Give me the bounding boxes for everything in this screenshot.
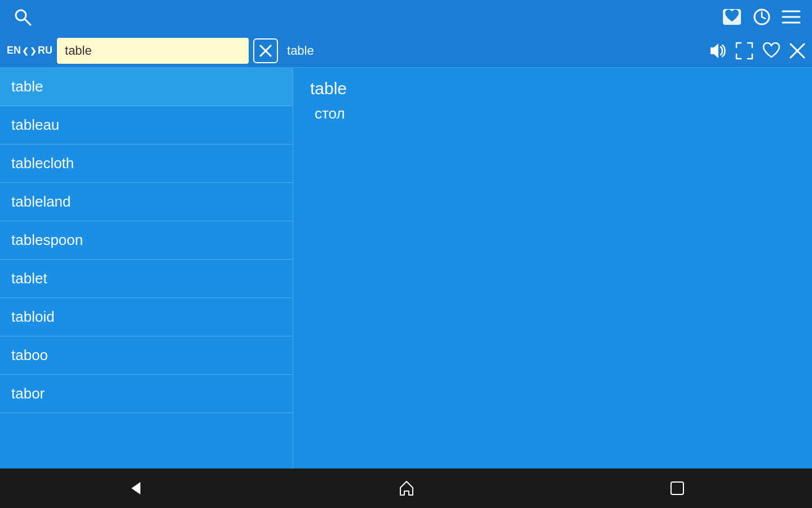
favorite-icon-button[interactable] [722, 8, 742, 26]
app-container: EN ❮ ❯ RU table [0, 0, 812, 508]
translation-panel: table стол [293, 68, 812, 468]
search-bar-actions [708, 42, 805, 60]
search-bar: EN ❮ ❯ RU table [0, 34, 812, 68]
word-item-tableau[interactable]: tableau [0, 106, 293, 144]
translation-text: стол [315, 105, 795, 122]
main-content: table tableau tablecloth tableland table… [0, 68, 812, 468]
word-item-table[interactable]: table [0, 68, 293, 106]
menu-icon-button[interactable] [782, 9, 801, 25]
lang-arrow-right: ❯ [30, 46, 37, 55]
svg-line-1 [25, 19, 30, 25]
svg-rect-15 [671, 482, 683, 494]
top-bar [0, 0, 812, 34]
lang-to: RU [38, 45, 52, 56]
search-label: table [287, 43, 704, 58]
search-icon-top[interactable] [11, 7, 34, 27]
lang-from: EN [7, 45, 21, 56]
word-item-tablespoon[interactable]: tablespoon [0, 221, 293, 260]
back-nav-button[interactable] [104, 474, 166, 502]
search-input[interactable] [57, 38, 249, 64]
history-icon-button[interactable] [752, 7, 771, 27]
word-item-taboo[interactable]: taboo [0, 336, 293, 375]
fullscreen-button[interactable] [735, 42, 753, 60]
sound-button[interactable] [708, 42, 726, 59]
search-input-wrap [57, 38, 249, 64]
word-item-tablet[interactable]: tablet [0, 260, 293, 298]
lang-arrow-left: ❮ [22, 46, 29, 55]
svg-marker-11 [710, 43, 718, 58]
heart-button[interactable] [762, 42, 780, 59]
svg-line-5 [762, 17, 765, 19]
lang-selector[interactable]: EN ❮ ❯ RU [7, 45, 52, 56]
word-list: table tableau tablecloth tableland table… [0, 68, 293, 468]
bottom-nav [0, 468, 812, 508]
translation-word: table [310, 79, 795, 98]
home-nav-button[interactable] [376, 474, 438, 502]
word-item-tabloid[interactable]: tabloid [0, 298, 293, 336]
clear-button[interactable] [253, 38, 278, 63]
svg-marker-14 [131, 482, 140, 494]
top-bar-right [722, 7, 801, 27]
word-item-tableland[interactable]: tableland [0, 183, 293, 221]
close-button[interactable] [789, 43, 805, 59]
word-item-tabor[interactable]: tabor [0, 375, 293, 413]
recents-nav-button[interactable] [647, 475, 708, 502]
word-item-tablecloth[interactable]: tablecloth [0, 144, 293, 183]
